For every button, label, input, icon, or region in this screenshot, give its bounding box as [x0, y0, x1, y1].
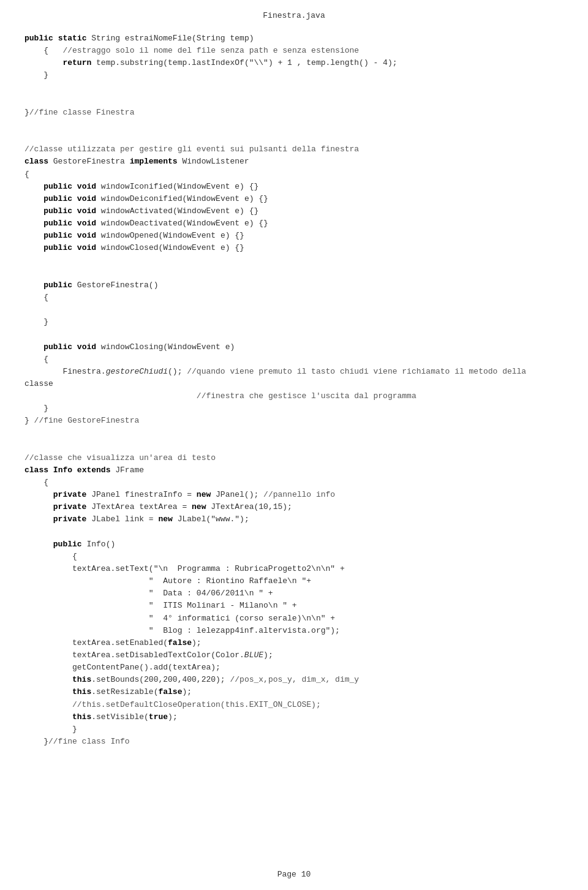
page-header: Finestra.java [0, 0, 588, 26]
code-area: public static String estraiNomeFile(Stri… [0, 26, 588, 785]
page-footer: Page 10 [0, 870, 588, 879]
